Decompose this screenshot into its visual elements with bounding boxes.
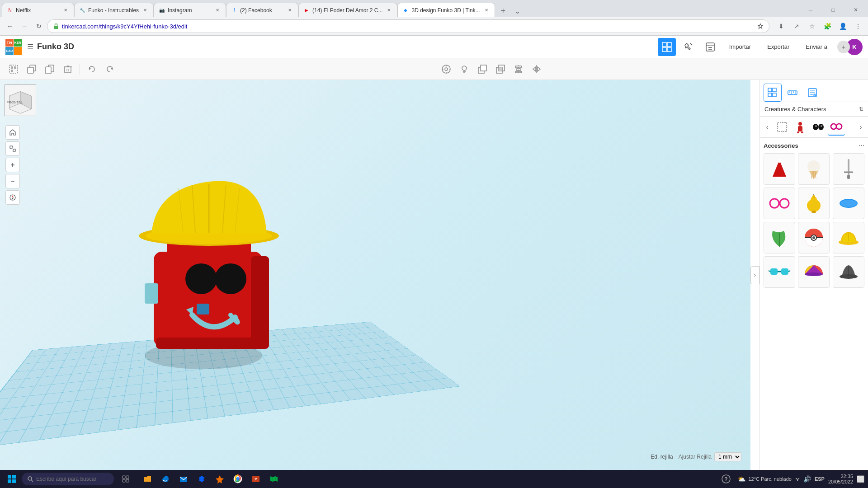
extensions-icon[interactable]: 🧩 — [821, 20, 834, 33]
tab-netflix-close[interactable]: ✕ — [62, 7, 69, 14]
duplicate-button[interactable] — [24, 61, 40, 77]
shape-pokeball[interactable] — [798, 222, 830, 253]
share-icon[interactable]: ↗ — [790, 20, 803, 33]
shape-hard-hat[interactable] — [833, 222, 864, 253]
url-bar[interactable]: tinkercad.com/things/k9cY4YfHehl-funko-3… — [47, 19, 769, 33]
network-icon[interactable] — [794, 475, 801, 483]
3d-viewport[interactable]: FRONTAL — [0, 80, 750, 470]
hamburger-menu-icon[interactable]: ☰ — [27, 42, 33, 51]
taskbar-maps[interactable] — [266, 471, 282, 487]
panel-collapse-button[interactable]: › — [750, 266, 760, 284]
category-selector[interactable]: Creatures & Characters ⇅ — [760, 102, 868, 117]
forward-button[interactable]: → — [18, 20, 31, 33]
refresh-button[interactable]: ↻ — [33, 20, 45, 33]
camera-center-button[interactable] — [438, 61, 454, 77]
compass-button[interactable] — [5, 190, 20, 205]
grid-edit-label[interactable]: Ed. rejilla — [651, 454, 673, 460]
panel-tab-notes[interactable] — [803, 84, 821, 102]
menu-icon[interactable]: ⋮ — [852, 20, 864, 33]
language-button[interactable]: ESP — [815, 476, 825, 482]
back-button[interactable]: ← — [4, 20, 16, 33]
home-view-button[interactable] — [5, 125, 20, 140]
star-icon[interactable] — [757, 23, 764, 29]
export-button[interactable]: Exportar — [761, 41, 796, 53]
weather-icon[interactable]: ⛅ — [738, 475, 745, 483]
taskbar-sketch[interactable] — [212, 471, 228, 487]
carousel-item-face[interactable] — [810, 118, 827, 136]
tab-funko-instructables[interactable]: 🔧 Funko - Instructables ✕ — [74, 3, 154, 17]
shape-intersect-button[interactable] — [492, 61, 509, 77]
fit-view-button[interactable] — [5, 141, 20, 156]
tinkercad-logo[interactable]: TIN KER CAD — [5, 39, 22, 55]
panel-tab-ruler[interactable] — [783, 84, 802, 102]
shape-glasses-pink[interactable] — [764, 188, 795, 219]
shape-subtract-button[interactable] — [474, 61, 491, 77]
tab-youtube-close[interactable]: ✕ — [385, 7, 392, 14]
tab-overflow-button[interactable]: ⌄ — [511, 5, 524, 17]
task-view-button[interactable] — [118, 471, 134, 487]
notification-button[interactable]: ⬜ — [857, 475, 864, 483]
zoom-in-button[interactable] — [5, 158, 20, 172]
tab-tinkercad-close[interactable]: ✕ — [483, 7, 490, 14]
view-cube[interactable]: FRONTAL — [5, 84, 41, 121]
volume-icon[interactable]: 🔊 — [803, 475, 811, 483]
undo-button[interactable] — [84, 61, 100, 77]
pages-button[interactable] — [701, 38, 719, 56]
shape-dark-hat[interactable] — [833, 256, 864, 288]
taskbar-edge[interactable] — [157, 471, 174, 487]
taskbar-powerpoint[interactable]: P — [248, 471, 264, 487]
group-button[interactable] — [5, 61, 22, 77]
taskbar-help[interactable]: ? — [718, 471, 734, 487]
shape-half-sphere[interactable] — [798, 256, 830, 288]
shape-feather[interactable] — [833, 188, 864, 219]
shape-goggles[interactable] — [764, 256, 795, 288]
tab-tinkercad[interactable]: ◆ 3D design Funko 3D | Tink... ✕ — [397, 3, 495, 17]
download-icon[interactable]: ⬇ — [775, 20, 788, 33]
close-button[interactable]: ✕ — [845, 3, 866, 17]
taskbar-dropbox[interactable] — [193, 471, 210, 487]
taskbar-search-input[interactable] — [36, 476, 108, 482]
redo-button[interactable] — [102, 61, 118, 77]
taskbar-chrome[interactable] — [230, 471, 246, 487]
taskbar-search[interactable] — [22, 473, 114, 485]
copy-button[interactable] — [42, 61, 58, 77]
maximize-button[interactable]: □ — [823, 3, 844, 17]
panel-tab-grid[interactable] — [764, 84, 782, 102]
shape-ice-cream[interactable] — [798, 153, 830, 185]
shape-santa-hat[interactable] — [764, 153, 795, 185]
tab-facebook[interactable]: f (2) Facebook ✕ — [226, 3, 298, 17]
taskbar-file-explorer[interactable] — [139, 471, 156, 487]
tab-netflix[interactable]: N Netflix ✕ — [2, 3, 74, 17]
carousel-item-select[interactable] — [774, 118, 791, 136]
grid-size-select[interactable]: 1 mm 2 mm 5 mm — [714, 452, 741, 461]
shape-bell[interactable] — [798, 188, 830, 219]
system-clock[interactable]: 22:35 20/05/2022 — [828, 474, 853, 484]
mirror-button[interactable] — [528, 61, 545, 77]
bookmark-icon[interactable]: ☆ — [806, 20, 818, 33]
profile-icon[interactable]: 👤 — [836, 20, 849, 33]
new-tab-button[interactable]: + — [497, 5, 509, 17]
view-cube-face[interactable]: FRONTAL — [5, 84, 36, 116]
delete-button[interactable] — [60, 61, 76, 77]
shape-sword[interactable] — [833, 153, 864, 185]
tab-funko-close[interactable]: ✕ — [142, 7, 149, 14]
start-button[interactable] — [4, 471, 20, 487]
align-button[interactable] — [510, 61, 527, 77]
carousel-item-glasses[interactable] — [828, 118, 845, 136]
add-user-button[interactable]: + — [837, 41, 850, 53]
tab-youtube[interactable]: ▶ (14) El Poder Del Amor 2 C... ✕ — [298, 3, 397, 17]
tools-button[interactable] — [679, 38, 698, 56]
zoom-out-button[interactable] — [5, 174, 20, 188]
carousel-item-body[interactable] — [792, 118, 809, 136]
shape-leaf[interactable] — [764, 222, 795, 253]
light-button[interactable] — [456, 61, 472, 77]
carousel-next-button[interactable]: › — [855, 120, 866, 134]
section-more-button[interactable]: ··· — [859, 141, 864, 150]
tab-facebook-close[interactable]: ✕ — [286, 7, 293, 14]
tab-instagram[interactable]: 📷 Instagram ✕ — [154, 3, 226, 17]
minimize-button[interactable]: ─ — [800, 3, 821, 17]
grid-view-button[interactable] — [658, 38, 676, 56]
carousel-prev-button[interactable]: ‹ — [762, 120, 773, 134]
tab-instagram-close[interactable]: ✕ — [214, 7, 221, 14]
send-button[interactable]: Enviar a — [799, 41, 834, 53]
